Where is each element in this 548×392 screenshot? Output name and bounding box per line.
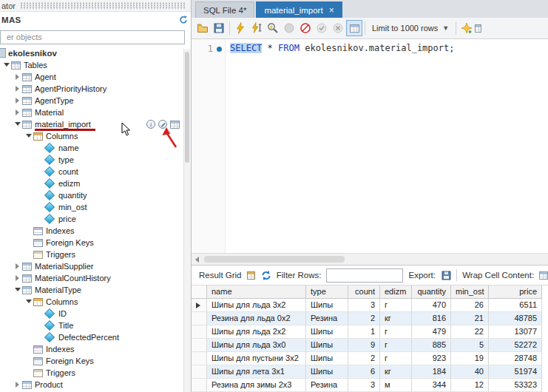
table-row[interactable]: Резина для льда 0x2Резина2кг8162148785	[192, 312, 548, 325]
tree-item-material[interactable]: Material	[0, 107, 191, 118]
tree-item-agent[interactable]: Agent	[0, 71, 191, 83]
row-selector[interactable]	[192, 312, 207, 325]
cell-quantity[interactable]: 470	[412, 299, 451, 312]
toggle-stop-on-error-button[interactable]	[297, 20, 314, 36]
expand-arrow-icon[interactable]	[13, 273, 21, 283]
cell-edizm[interactable]: г	[380, 325, 412, 339]
expand-arrow-icon[interactable]	[13, 261, 21, 271]
cell-type[interactable]: Резина	[306, 379, 348, 392]
column-header-type[interactable]: type	[306, 285, 348, 299]
export-icon[interactable]	[441, 270, 451, 281]
toggle-autocommit-button[interactable]	[346, 20, 362, 36]
close-tab-icon[interactable]: ×	[329, 6, 334, 15]
cell-min_ost[interactable]: 21	[451, 312, 489, 325]
column-header-count[interactable]: count	[348, 285, 380, 299]
collapse-arrow-icon[interactable]	[2, 60, 10, 70]
sidebar-scrollbar[interactable]	[183, 49, 191, 392]
table-data-icon[interactable]	[170, 121, 180, 129]
tree-item-triggers[interactable]: Triggers	[0, 367, 191, 379]
expand-arrow-icon[interactable]	[13, 107, 21, 118]
tree-item-type[interactable]: type	[0, 154, 191, 166]
column-header-quantity[interactable]: quantity	[412, 285, 451, 299]
limit-rows-dropdown[interactable]: Limit to 1000 rows ▼	[368, 24, 453, 33]
tree-item-min-ost[interactable]: min_ost	[0, 201, 191, 213]
cell-name[interactable]: Резина для зимы 2x3	[207, 379, 306, 392]
table-row[interactable]: Резина для зимы 2x3Резина3м3441253323	[192, 379, 548, 392]
cell-edizm[interactable]: м	[380, 379, 412, 392]
cell-quantity[interactable]: 885	[412, 339, 451, 352]
tree-item-foreign-keys[interactable]: Foreign Keys	[0, 237, 191, 249]
editor-hscrollbar[interactable]	[192, 253, 548, 265]
cell-type[interactable]: Резина	[306, 312, 348, 325]
cell-type[interactable]: Шипы	[306, 339, 348, 352]
tree-item-foreign-keys[interactable]: Foreign Keys	[0, 355, 191, 367]
sidebar-scrollbar-thumb[interactable]	[185, 52, 189, 163]
cell-count[interactable]: 3	[348, 379, 380, 392]
cell-min_ost[interactable]: 19	[451, 352, 489, 365]
tree-item-agenttype[interactable]: AgentType	[0, 95, 191, 107]
tree-item-material-import[interactable]: material_import i	[0, 118, 191, 130]
row-selector[interactable]	[192, 379, 207, 392]
row-selector[interactable]	[192, 352, 207, 365]
refresh-schemas-icon[interactable]	[177, 15, 188, 25]
cell-price[interactable]: 6511	[489, 299, 542, 312]
cell-min_ost[interactable]: 22	[451, 325, 489, 339]
cell-quantity[interactable]: 479	[412, 325, 451, 339]
toolbar-overflow-icon[interactable]	[475, 20, 481, 36]
cell-count[interactable]: 9	[348, 339, 380, 352]
cell-price[interactable]: 52272	[489, 339, 542, 352]
collapse-arrow-icon[interactable]	[24, 131, 33, 141]
cell-quantity[interactable]: 816	[412, 312, 451, 325]
cell-type[interactable]: Шипы	[306, 365, 348, 379]
table-row[interactable]: Шипы для пустыни 3x2Шипы2г9231928748	[192, 352, 548, 365]
table-maintenance-icon[interactable]	[158, 120, 167, 129]
cell-name[interactable]: Шипы для льда 3x2	[207, 299, 306, 312]
tree-item-indexes[interactable]: Indexes	[0, 343, 191, 355]
cell-name[interactable]: Шипы для льда 2x2	[207, 325, 306, 339]
cell-price[interactable]: 28748	[489, 352, 542, 365]
tree-item-edizm[interactable]: edizm	[0, 178, 191, 189]
tree-item-defectedpercent[interactable]: DefectedPercent	[0, 331, 191, 343]
tree-item-columns[interactable]: Columns	[0, 296, 191, 308]
sql-editor[interactable]: 1 SELECT * FROM ekolesnikov.material_imp…	[192, 39, 548, 253]
cell-quantity[interactable]: 344	[412, 379, 451, 392]
cell-count[interactable]: 6	[348, 365, 380, 379]
expand-arrow-icon[interactable]	[13, 379, 21, 390]
tree-item-triggers[interactable]: Triggers	[0, 249, 191, 260]
cell-min_ost[interactable]: 26	[451, 299, 489, 312]
explain-button[interactable]	[265, 20, 281, 36]
cell-count[interactable]: 1	[348, 325, 380, 339]
row-selector[interactable]	[192, 299, 207, 312]
tree-item-quantity[interactable]: quantity	[0, 189, 191, 201]
cell-price[interactable]: 13077	[489, 325, 542, 339]
hscrollbar-thumb[interactable]	[204, 256, 345, 263]
open-file-button[interactable]	[194, 20, 211, 36]
cell-type[interactable]: Шипы	[306, 299, 348, 312]
refresh-results-icon[interactable]	[260, 270, 271, 281]
filter-objects-input[interactable]	[0, 30, 185, 44]
cell-price[interactable]: 53323	[489, 379, 542, 392]
execute-button[interactable]	[232, 20, 248, 36]
schema-row-ekolesnikov[interactable]: ekolesnikov	[0, 47, 191, 59]
cell-count[interactable]: 2	[348, 312, 380, 325]
tree-item-name[interactable]: name	[0, 142, 191, 154]
tree-item-indexes[interactable]: Indexes	[0, 225, 191, 237]
tree-item-title[interactable]: Title	[0, 320, 191, 331]
tree-item-materialcounthistory[interactable]: MaterialCountHistory	[0, 272, 191, 284]
cell-min_ost[interactable]: 12	[451, 379, 489, 392]
tab-sql-file-4[interactable]: SQL File 4*	[195, 1, 254, 18]
tree-item-agentpriorityhistory[interactable]: AgentPriorityHistory	[0, 83, 191, 95]
cell-edizm[interactable]: г	[380, 299, 412, 312]
cell-name[interactable]: Шипы для льда 3x0	[207, 339, 306, 352]
tree-item-product[interactable]: Product	[0, 379, 191, 391]
tree-item-price[interactable]: price	[0, 213, 191, 225]
row-selector[interactable]	[192, 339, 207, 352]
table-row[interactable]: Шипы для лета 3x1Шипы6кг1844051974	[192, 365, 548, 379]
collapse-arrow-icon[interactable]	[24, 297, 33, 307]
cell-edizm[interactable]: кг	[380, 365, 412, 379]
collapse-arrow-icon[interactable]	[13, 119, 21, 129]
cell-count[interactable]: 2	[348, 352, 380, 365]
scroll-left-icon[interactable]	[192, 254, 203, 265]
cell-min_ost[interactable]: 5	[451, 339, 489, 352]
save-button[interactable]	[211, 20, 227, 36]
